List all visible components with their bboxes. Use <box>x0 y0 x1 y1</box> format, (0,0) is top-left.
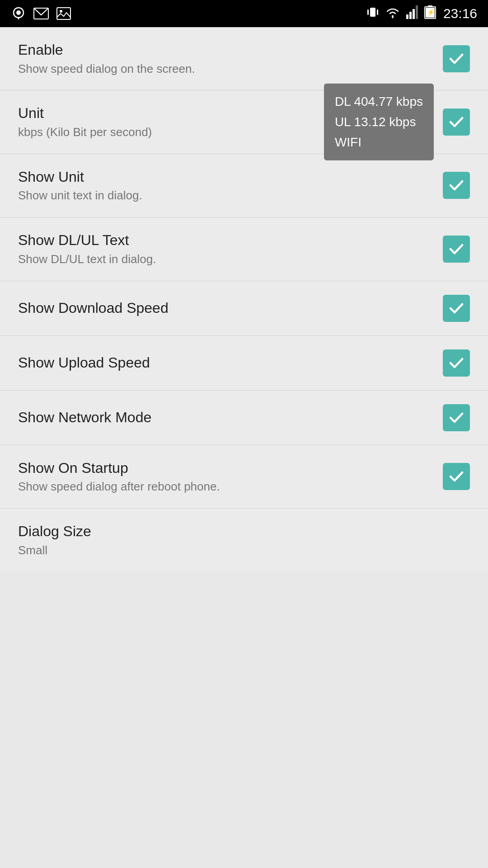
setting-show-on-startup-title: Show On Startup <box>18 459 434 478</box>
status-bar: ⚡ 23:16 <box>0 0 488 27</box>
speed-tooltip-ul: UL 13.12 kbps <box>335 112 423 132</box>
svg-rect-9 <box>406 14 408 19</box>
setting-show-upload-speed[interactable]: Show Upload Speed <box>0 336 488 391</box>
setting-show-unit-title: Show Unit <box>18 168 434 187</box>
status-time: 23:16 <box>443 6 477 21</box>
setting-show-dlul-subtitle: Show DL/UL text in dialog. <box>18 252 434 267</box>
setting-show-download-speed[interactable]: Show Download Speed <box>0 281 488 336</box>
status-bar-right-icons: ⚡ 23:16 <box>366 5 477 23</box>
setting-dialog-size-title: Dialog Size <box>18 522 461 541</box>
setting-show-network-mode-title: Show Network Mode <box>18 408 434 427</box>
setting-show-network-mode[interactable]: Show Network Mode <box>0 391 488 445</box>
setting-show-dlul[interactable]: Show DL/UL Text Show DL/UL text in dialo… <box>0 217 488 281</box>
setting-show-on-startup[interactable]: Show On Startup Show speed dialog after … <box>0 445 488 509</box>
setting-show-upload-speed-checkbox[interactable] <box>443 349 470 377</box>
setting-show-dlul-checkbox[interactable] <box>443 236 470 263</box>
svg-rect-10 <box>409 12 412 19</box>
hangouts-icon <box>11 6 26 21</box>
setting-show-network-mode-checkbox[interactable] <box>443 404 470 431</box>
svg-text:⚡: ⚡ <box>427 9 435 16</box>
setting-enable-checkbox[interactable] <box>443 45 470 72</box>
svg-point-4 <box>60 10 62 13</box>
speed-tooltip-dl: DL 404.77 kbps <box>335 92 423 112</box>
setting-show-upload-speed-title: Show Upload Speed <box>18 354 434 373</box>
setting-show-unit-checkbox[interactable] <box>443 172 470 199</box>
svg-rect-11 <box>413 9 415 19</box>
setting-show-unit[interactable]: Show Unit Show unit text in dialog. <box>0 154 488 217</box>
svg-rect-6 <box>367 9 369 15</box>
setting-show-dlul-title: Show DL/UL Text <box>18 231 434 250</box>
speed-tooltip: DL 404.77 kbps UL 13.12 kbps WIFI <box>324 84 434 160</box>
setting-show-download-speed-title: Show Download Speed <box>18 299 434 318</box>
svg-point-1 <box>16 10 21 15</box>
signal-icon <box>406 5 419 22</box>
battery-icon: ⚡ <box>424 5 438 23</box>
speed-tooltip-network: WIFI <box>335 132 423 152</box>
setting-enable[interactable]: Enable Show speed dialog on the screen. <box>0 27 488 90</box>
setting-show-on-startup-checkbox[interactable] <box>443 463 470 490</box>
setting-unit[interactable]: Unit kbps (Kilo Bit per second) DL 404.7… <box>0 90 488 154</box>
gallery-icon <box>56 6 71 21</box>
setting-show-unit-subtitle: Show unit text in dialog. <box>18 188 434 203</box>
svg-rect-12 <box>416 5 418 19</box>
svg-rect-7 <box>377 9 378 15</box>
setting-dialog-size[interactable]: Dialog Size Small <box>0 509 488 571</box>
setting-show-on-startup-subtitle: Show speed dialog after reboot phone. <box>18 479 434 495</box>
svg-rect-14 <box>428 5 432 7</box>
svg-rect-3 <box>57 8 70 19</box>
svg-point-8 <box>392 15 394 17</box>
gmail-icon <box>33 6 49 21</box>
setting-enable-subtitle: Show speed dialog on the screen. <box>18 61 434 77</box>
status-bar-left-icons <box>11 6 71 21</box>
setting-enable-title: Enable <box>18 41 434 60</box>
setting-unit-checkbox[interactable] <box>443 108 470 136</box>
wifi-icon <box>385 6 401 22</box>
settings-list: Enable Show speed dialog on the screen. … <box>0 27 488 571</box>
svg-rect-5 <box>370 8 375 17</box>
vibrate-icon <box>366 5 379 22</box>
setting-dialog-size-subtitle: Small <box>18 543 461 558</box>
setting-show-download-speed-checkbox[interactable] <box>443 295 470 322</box>
